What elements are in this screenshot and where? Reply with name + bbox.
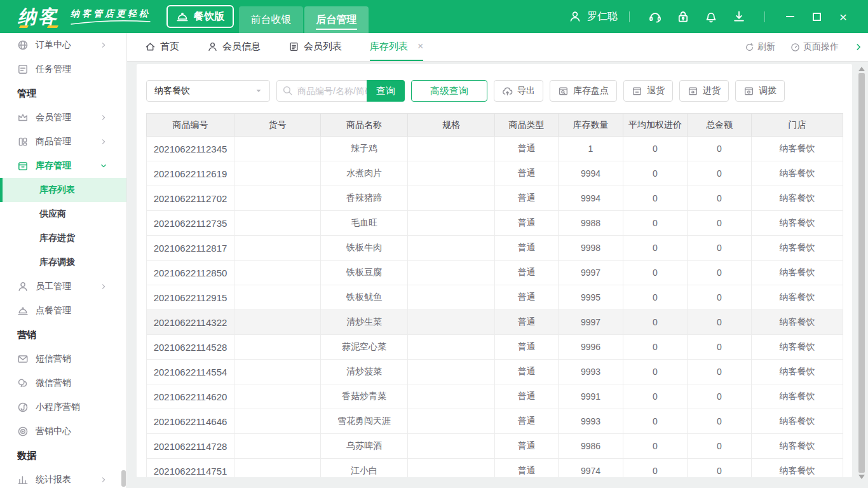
edition-button[interactable]: 餐饮版 [166, 5, 234, 28]
table-row[interactable]: 20210622112345辣子鸡普通100纳客餐饮 [147, 137, 843, 161]
sidebar-subitem-8[interactable]: 库存进货 [0, 226, 126, 250]
table-cell: 0 [688, 335, 752, 360]
user-menu[interactable]: 罗仁聪 [569, 10, 618, 24]
nav-tab-frontdesk[interactable]: 前台收银 [239, 6, 303, 33]
table-row[interactable]: 20210622114728乌苏啤酒普通998600纳客餐饮 [147, 434, 843, 459]
scrollbar-thumb[interactable] [858, 73, 865, 473]
table-cell: 0 [623, 137, 688, 161]
table-row[interactable]: 20210622112702香辣猪蹄普通999400纳客餐饮 [147, 186, 843, 211]
topbar: 纳客 纳客管店更轻松 餐饮版 前台收银 后台管理 罗仁聪 [0, 0, 868, 33]
toolbar-button-1[interactable]: 库存盘点 [550, 80, 617, 102]
list-icon [288, 41, 299, 52]
sidebar-item-0[interactable]: 订单中心 [0, 33, 126, 57]
sidebar-item-14[interactable]: 微信营销 [0, 371, 126, 395]
table-row[interactable]: 20210622112619水煮肉片普通999400纳客餐饮 [147, 161, 843, 186]
chevron-right-icon [98, 114, 109, 121]
table-row[interactable]: 20210622114528蒜泥空心菜普通999600纳客餐饮 [147, 335, 843, 360]
sidebar-item-label: 短信营销 [36, 353, 71, 365]
toolbar-button-2[interactable]: 退货 [623, 80, 673, 102]
page-tab-0[interactable]: 首页 [145, 33, 179, 61]
sidebar-item-3[interactable]: 会员管理 [0, 105, 126, 130]
table-cell: 20210622114620 [147, 384, 234, 409]
sidebar-item-13[interactable]: 短信营销 [0, 347, 126, 371]
refresh-button[interactable]: 刷新 [745, 41, 775, 53]
scroll-up-icon[interactable] [858, 67, 865, 71]
table-row[interactable]: 20210622114620香菇炒青菜普通999100纳客餐饮 [147, 384, 843, 409]
table-cell: 0 [688, 211, 752, 236]
headset-icon[interactable] [648, 10, 662, 24]
logo-text: 纳客 [18, 6, 58, 27]
table-cell: 纳客餐饮 [752, 459, 843, 478]
sidebar-item-15[interactable]: 小程序营销 [0, 395, 126, 419]
table-row[interactable]: 20210622114322清炒生菜普通999700纳客餐饮 [147, 310, 843, 335]
minimize-button[interactable] [782, 9, 797, 24]
home-icon [145, 41, 156, 52]
sidebar-item-18[interactable]: 统计报表 [0, 468, 126, 488]
close-window-button[interactable]: × [836, 9, 851, 24]
table-row[interactable]: 20210622114554清炒菠菜普通999300纳客餐饮 [147, 360, 843, 384]
close-tab-icon[interactable]: × [417, 41, 423, 51]
toolbar-button-0[interactable]: 导出 [494, 80, 543, 102]
chevron-right-icon [98, 41, 109, 49]
table-cell: 9993 [559, 360, 623, 384]
bell-icon[interactable] [704, 10, 718, 24]
page-operations-button[interactable]: 页面操作 [790, 41, 839, 53]
table-header-row: 商品编号货号商品名称规格商品类型库存数量平均加权进价总金额门店 [147, 114, 843, 137]
table-cell: 20210622112817 [147, 236, 234, 261]
mail-icon [17, 353, 29, 365]
table-cell: 0 [688, 459, 752, 478]
table-cell [408, 384, 495, 409]
table-row[interactable]: 20210622114646雪花勇闯天涯普通999300纳客餐饮 [147, 409, 843, 434]
table-cell [408, 161, 495, 186]
lock-icon[interactable] [676, 10, 690, 24]
table-row[interactable]: 20210622112817铁板牛肉普通999800纳客餐饮 [147, 236, 843, 261]
column-header: 门店 [752, 114, 843, 137]
table-cell: 0 [688, 409, 752, 434]
table-cell: 普通 [495, 186, 559, 211]
table-row[interactable]: 20210622112735毛血旺普通998800纳客餐饮 [147, 211, 843, 236]
toolbar-button-3[interactable]: 进货 [679, 80, 729, 102]
sidebar-item-10[interactable]: 员工管理 [0, 274, 126, 299]
sidebar-subitem-6[interactable]: 库存列表 [0, 178, 126, 202]
sidebar-scrollbar-thumb[interactable] [121, 470, 126, 487]
table-row[interactable]: 20210622112850铁板豆腐普通999700纳客餐饮 [147, 261, 843, 285]
store-select[interactable]: 纳客餐饮 [146, 80, 270, 102]
table-cell: 9996 [559, 335, 623, 360]
sidebar-item-label: 点餐管理 [36, 305, 71, 316]
scroll-down-icon[interactable] [858, 475, 865, 479]
sidebar-subitem-7[interactable]: 供应商 [0, 202, 126, 226]
nav-tab-backoffice[interactable]: 后台管理 [304, 6, 369, 33]
table-cell: 20210622112702 [147, 186, 234, 211]
page-tab-2[interactable]: 会员列表 [288, 33, 342, 61]
table-row[interactable]: 20210622112915铁板鱿鱼普通999500纳客餐饮 [147, 285, 843, 310]
page-tab-1[interactable]: 会员信息 [207, 33, 261, 61]
table-cell: 0 [688, 434, 752, 459]
toolbar-button-4[interactable]: 调拨 [735, 80, 785, 102]
table-cell [234, 335, 321, 360]
divider [764, 11, 765, 22]
sidebar-item-16[interactable]: 营销中心 [0, 419, 126, 444]
table-cell: 20210622112345 [147, 137, 234, 161]
page-tab-3[interactable]: 库存列表× [370, 33, 423, 61]
sidebar-item-1[interactable]: 任务管理 [0, 57, 126, 81]
sidebar-subitem-9[interactable]: 库存调拨 [0, 250, 126, 274]
chevron-right-icon[interactable] [854, 43, 863, 51]
chevron-right-icon [98, 476, 109, 484]
page-tabs: 首页会员信息会员列表库存列表× [145, 33, 451, 61]
table-cell: 普通 [495, 261, 559, 285]
advanced-query-button[interactable]: 高级查询 [411, 80, 487, 102]
table-cell [234, 360, 321, 384]
sidebar-item-4[interactable]: 商品管理 [0, 130, 126, 154]
sidebar-item-5[interactable]: 库存管理 [0, 154, 126, 178]
table-cell [234, 285, 321, 310]
table-cell [234, 186, 321, 211]
query-button[interactable]: 查询 [367, 80, 405, 102]
content-scrollbar[interactable] [857, 64, 867, 479]
table-cell: 0 [623, 261, 688, 285]
table-row[interactable]: 20210622114751江小白普通997400纳客餐饮 [147, 459, 843, 478]
table-cell: 纳客餐饮 [752, 335, 843, 360]
download-icon[interactable] [732, 10, 746, 24]
gauge-icon [790, 43, 800, 52]
maximize-button[interactable] [809, 9, 824, 24]
sidebar-item-11[interactable]: 点餐管理 [0, 299, 126, 323]
